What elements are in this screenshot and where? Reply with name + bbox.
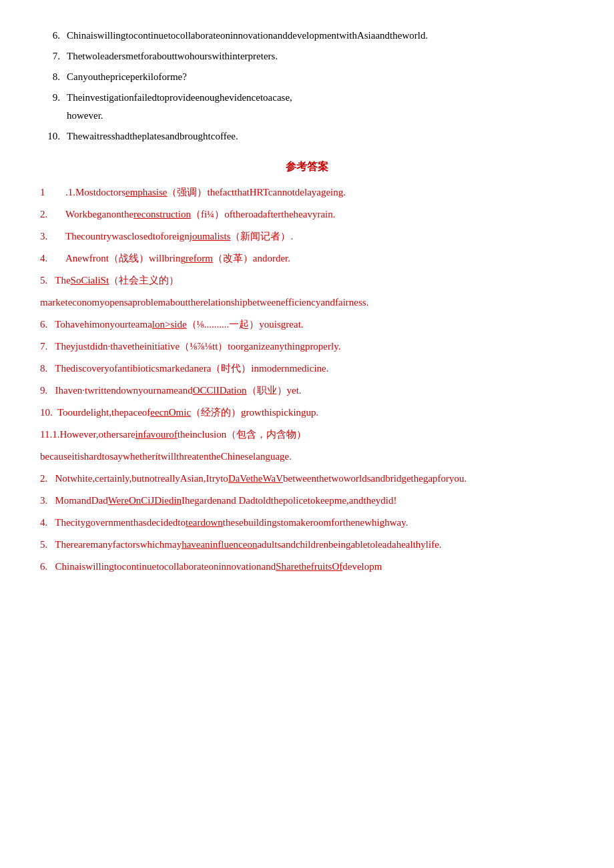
a9-underline: OCClIDation [193, 385, 247, 396]
a1-text: .1.Mostdoctorsemphasise（强调）thefactthatHR… [65, 183, 574, 201]
section-title: 参考答案 [40, 157, 574, 177]
q7-num: 7. [40, 47, 67, 65]
answer-6: 6. Tohavehimonyourteamalon>side（⅛.......… [40, 316, 574, 334]
a2-text: Workbeganonthereconstruction（fi¼）ofthero… [65, 205, 574, 224]
answer-11-continuation: becauseitishardtosaywhetherítwillthreate… [40, 448, 574, 466]
a5-underline: SoCialiSt [71, 275, 109, 286]
a10-underline: eecnOmic [150, 407, 191, 418]
answer-11: 11.1.However,othersareinfavouroftheinclu… [40, 426, 574, 444]
question-10: 10. Thewaitresshadtheplatesandbroughtcof… [40, 127, 574, 145]
answer-2: 2. Workbeganonthereconstruction（fi¼）ofth… [40, 205, 574, 224]
ab4-underline: teardown [186, 517, 223, 528]
q8-num: 8. [40, 68, 67, 86]
a1-num: 1 [40, 183, 65, 201]
a3-text: Thecountrywasclosedtoforeignjoumalists（新… [65, 228, 574, 246]
q9-text: Theinvestigationfailedtoprovideenoughevi… [67, 89, 574, 125]
question-6: 6. Chinaiswillingtocontinuetocollaborate… [40, 27, 574, 45]
ab2-underline: DaVetheWaV [228, 473, 283, 484]
ab6-underline: SharethefruitsOf [276, 561, 342, 572]
a4-underline: reform [186, 253, 213, 264]
ab5-underline: haveaninfluenceon [182, 539, 257, 550]
a6-underline: lon>side [152, 319, 187, 330]
q7-text: Thetwoleadersmetforabouttwohourswithinte… [67, 47, 574, 65]
answer-5: 5. TheSoCialiSt（社会主义的） [40, 272, 574, 290]
answer-3: 3. Thecountrywasclosedtoforeignjoumalist… [40, 228, 574, 246]
q8-text: Canyouthepriceperkiloforme? [67, 68, 574, 86]
q10-text: Thewaitresshadtheplatesandbroughtcoffee. [67, 127, 574, 145]
a1-underline: emphasise [125, 187, 167, 197]
question-9: 9. Theinvestigationfailedtoprovideenough… [40, 89, 574, 125]
answer-5-continuation: marketeconomyopensaproblemabouttherelati… [40, 294, 574, 312]
a4-text: Anewfront（战线）willbringreform（改革）andorder… [65, 250, 574, 268]
a2-num: 2. [40, 205, 65, 224]
q6-num: 6. [40, 27, 67, 45]
answer-b5: 5. Therearemanyfactorswhichmayhaveaninfl… [40, 536, 574, 554]
question-8: 8. Canyouthepriceperkiloforme? [40, 68, 574, 86]
a2-underline: reconstruction [133, 209, 191, 220]
ab3-underline: WereOnCiJDiedin [108, 495, 182, 506]
answer-b3: 3. MomandDadWereOnCiJDiedinIhegardenand … [40, 492, 574, 510]
answer-b6: 6. Chinaiswillingtocontinuetocollaborate… [40, 558, 574, 576]
a4-num: 4. [40, 250, 65, 268]
a3-underline: joumalists [190, 231, 231, 242]
answer-8: 8. Thediscoveryofantibioticsmarkedanera（… [40, 360, 574, 378]
a3-num: 3. [40, 228, 65, 246]
answer-10: 10. Toourdelight,thepaceofeecnOmic（经济的）g… [40, 404, 574, 422]
answer-4: 4. Anewfront（战线）willbringreform（改革）andor… [40, 250, 574, 268]
answer-9: 9. Ihaven·twrittendownyournameandOCClIDa… [40, 382, 574, 400]
question-7: 7. Thetwoleadersmetforabouttwohourswithi… [40, 47, 574, 65]
answer-7: 7. Theyjustdidn·thavetheinitiative（⅛⅞⅛tt… [40, 338, 574, 356]
q10-num: 10. [40, 127, 67, 145]
answer-b2: 2. Notwhite,certainly,butnotreallyAsian,… [40, 470, 574, 488]
answer-b4: 4. Thecitygovernmenthasdecidedtoteardown… [40, 514, 574, 532]
main-content: 6. Chinaiswillingtocontinuetocollaborate… [40, 27, 574, 576]
q6-text: Chinaiswillingtocontinuetocollaborateoni… [67, 27, 574, 45]
q9-num: 9. [40, 89, 67, 125]
a11-underline: infavourof [135, 429, 178, 440]
answer-1: 1 .1.Mostdoctorsemphasise（强调）thefactthat… [40, 183, 574, 201]
